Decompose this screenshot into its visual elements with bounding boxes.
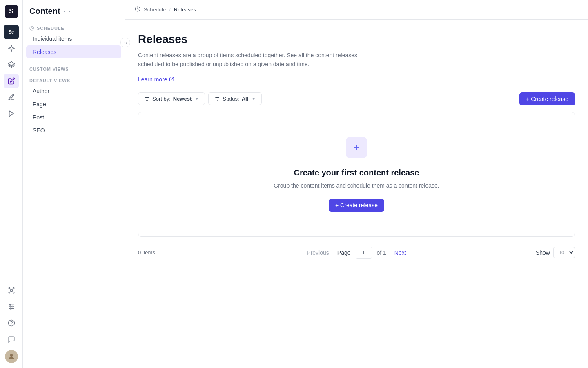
- sidebar-title: Content: [29, 7, 60, 16]
- breadcrumb-current: Releases: [174, 7, 196, 13]
- sidebar-header: Content ···: [23, 7, 125, 22]
- show-count-select[interactable]: 10 20 50: [553, 247, 575, 258]
- sidebar-item-releases[interactable]: Releases: [26, 45, 121, 58]
- releases-toolbar: Sort by: Newest ▼ Status: All ▼ + Create…: [138, 92, 575, 105]
- status-value: All: [242, 96, 249, 102]
- svg-point-3: [13, 287, 14, 289]
- svg-point-15: [12, 306, 13, 307]
- svg-point-16: [10, 308, 11, 309]
- show-count-section: Show 10 20 50: [432, 247, 575, 258]
- pencil-rail-icon[interactable]: [4, 90, 19, 105]
- custom-views-label: CUSTOM VIEWS: [23, 63, 125, 73]
- app-logo: S: [5, 5, 18, 18]
- sidebar-item-page[interactable]: Page: [26, 98, 121, 111]
- chat-rail-icon[interactable]: [4, 332, 19, 347]
- sidebar-item-individual-items[interactable]: Individual items: [26, 32, 121, 45]
- default-views-label: DEFAULT VIEWS: [23, 75, 125, 85]
- previous-page-button[interactable]: Previous: [303, 248, 332, 258]
- svg-point-6: [9, 292, 10, 293]
- collapse-sidebar-button[interactable]: ‹‹: [120, 38, 130, 47]
- schedule-breadcrumb-icon: [135, 6, 140, 13]
- icon-rail: S Sc: [0, 0, 23, 368]
- sliders-rail-icon[interactable]: [4, 299, 19, 314]
- filter-controls: Sort by: Newest ▼ Status: All ▼: [138, 92, 516, 105]
- layers-rail-icon[interactable]: [4, 57, 19, 72]
- sort-value: Newest: [173, 96, 192, 102]
- sidebar-item-post[interactable]: Post: [26, 111, 121, 124]
- page-body: Releases Content releases are a group of…: [125, 20, 588, 368]
- svg-line-22: [171, 77, 174, 80]
- status-chevron-icon: ▼: [252, 96, 256, 101]
- sc-rail-icon[interactable]: Sc: [4, 25, 19, 39]
- svg-point-5: [13, 292, 14, 293]
- svg-line-10: [11, 291, 13, 292]
- page-number-input[interactable]: [356, 247, 372, 259]
- sort-button[interactable]: Sort by: Newest ▼: [138, 92, 205, 105]
- show-label: Show: [536, 249, 550, 256]
- svg-point-4: [9, 287, 10, 289]
- sidebar-item-author[interactable]: Author: [26, 85, 121, 98]
- sidebar: Content ··· SCHEDULE Individual items Re…: [23, 0, 125, 368]
- svg-line-7: [10, 289, 11, 289]
- empty-state-card: + Create your first content release Grou…: [138, 112, 575, 237]
- magic-rail-icon[interactable]: [4, 41, 19, 56]
- create-release-header-button[interactable]: + Create release: [519, 92, 575, 105]
- empty-state-title: Create your first content release: [294, 168, 419, 177]
- edit-rail-icon[interactable]: [4, 74, 19, 88]
- svg-line-8: [11, 289, 13, 289]
- next-page-button[interactable]: Next: [391, 248, 410, 258]
- pagination-bar: 0 items Previous Page of 1 Next Show 10 …: [138, 247, 575, 259]
- item-count: 0 items: [138, 249, 281, 256]
- svg-point-14: [9, 304, 11, 305]
- svg-marker-1: [9, 111, 13, 117]
- play-rail-icon[interactable]: [4, 106, 19, 121]
- svg-point-2: [10, 289, 12, 292]
- sidebar-item-seo[interactable]: SEO: [26, 124, 121, 137]
- page-of-label: of 1: [377, 249, 386, 256]
- svg-point-19: [10, 354, 13, 357]
- sort-chevron-icon: ▼: [195, 96, 199, 101]
- page-title: Releases: [138, 33, 575, 46]
- schedule-section-label: SCHEDULE: [23, 22, 125, 32]
- status-filter-button[interactable]: Status: All ▼: [208, 92, 262, 105]
- main-content: Schedule / Releases Releases Content rel…: [125, 0, 588, 368]
- sidebar-more-dots[interactable]: ···: [64, 8, 71, 15]
- sort-label: Sort by:: [152, 96, 171, 102]
- pager-controls: Previous Page of 1 Next: [285, 247, 428, 259]
- empty-state-plus-icon: +: [346, 137, 367, 158]
- integrations-rail-icon[interactable]: [4, 283, 19, 298]
- learn-more-link[interactable]: Learn more: [138, 76, 174, 83]
- create-release-empty-button[interactable]: + Create release: [329, 199, 384, 212]
- breadcrumb: Schedule / Releases: [125, 0, 588, 20]
- page-description: Content releases are a group of items sc…: [138, 51, 424, 69]
- empty-state-description: Group the content items and schedule the…: [274, 182, 439, 189]
- svg-line-9: [10, 291, 11, 292]
- user-avatar[interactable]: [5, 350, 18, 363]
- breadcrumb-parent[interactable]: Schedule: [144, 7, 166, 13]
- status-label: Status:: [223, 96, 239, 102]
- help-rail-icon[interactable]: [4, 316, 19, 330]
- page-label: Page: [337, 249, 351, 256]
- breadcrumb-separator: /: [169, 7, 171, 13]
